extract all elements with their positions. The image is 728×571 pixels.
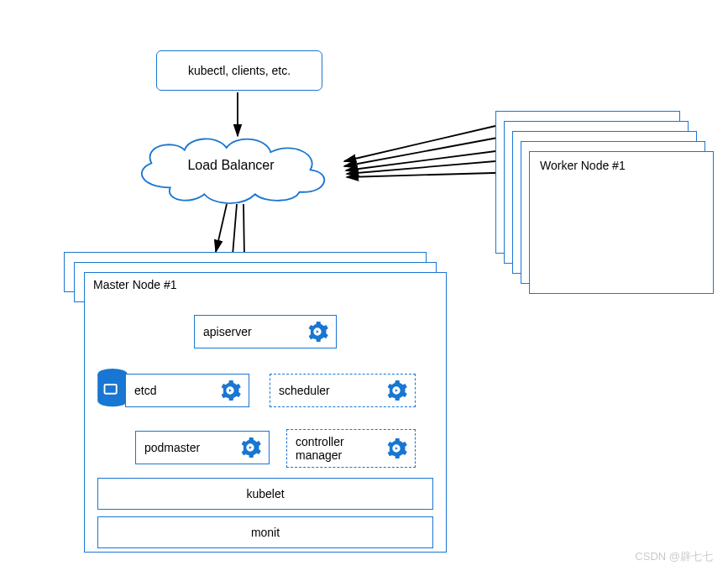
- controller-manager-label-1: controller: [296, 435, 344, 448]
- monit-label: monit: [251, 526, 280, 539]
- kubelet-bar: kubelet: [97, 478, 433, 510]
- svg-line-6: [346, 149, 509, 170]
- gear-icon: [218, 379, 249, 402]
- svg-line-5: [344, 137, 502, 166]
- clients-box: kubectl, clients, etc.: [156, 50, 322, 91]
- etcd-label: etcd: [126, 384, 218, 397]
- gear-icon: [385, 437, 415, 460]
- scheduler-component: scheduler: [270, 374, 416, 407]
- svg-line-4: [344, 126, 495, 161]
- podmaster-component: podmaster: [135, 431, 270, 464]
- gear-icon: [238, 436, 269, 459]
- watermark-text: CSDN @辟七七: [635, 549, 713, 564]
- clients-label: kubectl, clients, etc.: [188, 64, 291, 77]
- apiserver-component: apiserver: [194, 315, 337, 348]
- monit-bar: monit: [97, 516, 433, 548]
- master-node: Master Node #1 apiserver etcd scheduler …: [84, 272, 447, 553]
- gear-icon: [306, 320, 336, 343]
- database-icon: [97, 369, 128, 407]
- controller-manager-label-2: manager: [296, 448, 342, 462]
- kubelet-label: kubelet: [246, 487, 284, 500]
- scheduler-label: scheduler: [270, 384, 385, 397]
- worker-node-title: Worker Node #1: [540, 159, 626, 172]
- load-balancer-label: Load Balancer: [187, 158, 274, 173]
- apiserver-label: apiserver: [195, 325, 306, 338]
- svg-line-7: [347, 160, 516, 174]
- gear-icon: [385, 379, 415, 402]
- worker-node: Worker Node #1: [529, 151, 714, 294]
- etcd-component: etcd: [125, 374, 249, 407]
- podmaster-label: podmaster: [136, 441, 238, 454]
- svg-line-1: [216, 204, 227, 252]
- load-balancer-cloud: Load Balancer: [113, 130, 348, 207]
- master-node-title: Master Node #1: [93, 278, 177, 291]
- controller-manager-component: controller manager: [286, 429, 416, 468]
